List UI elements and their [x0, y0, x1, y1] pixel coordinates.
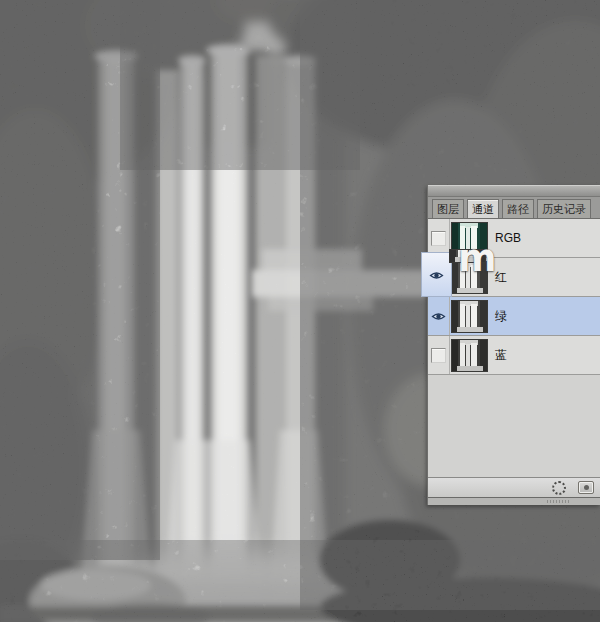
- tab-paths[interactable]: 路径: [502, 199, 534, 218]
- channel-row-red[interactable]: 红: [428, 258, 600, 297]
- visibility-empty-well[interactable]: [431, 348, 446, 363]
- channel-row-blue[interactable]: 蓝: [428, 336, 600, 375]
- visibility-cell[interactable]: [428, 297, 450, 335]
- panel-footer: [428, 477, 600, 497]
- channel-row-green[interactable]: 绿: [428, 297, 600, 336]
- panel-drag-strip[interactable]: [428, 185, 600, 197]
- channels-panel: 图层 通道 路径 历史记录 RGB: [427, 185, 600, 505]
- channel-label: 蓝: [495, 347, 507, 364]
- channel-list-empty-area: [428, 375, 600, 477]
- save-selection-as-channel-icon[interactable]: [578, 481, 594, 494]
- watermark-letter: m: [458, 240, 497, 277]
- drag-ghost-row-fragment: [421, 252, 452, 297]
- channel-label: RGB: [495, 231, 521, 245]
- panel-bottom-frame: [428, 497, 600, 505]
- tab-history[interactable]: 历史记录: [537, 199, 591, 218]
- visibility-cell[interactable]: [428, 336, 450, 374]
- load-channel-as-selection-icon[interactable]: [552, 481, 566, 495]
- eye-icon[interactable]: [429, 270, 444, 281]
- visibility-empty-well[interactable]: [431, 231, 446, 246]
- panel-tab-bar: 图层 通道 路径 历史记录: [428, 197, 600, 218]
- channel-thumbnail-green[interactable]: [451, 300, 488, 333]
- tab-channels[interactable]: 通道: [467, 199, 499, 218]
- eye-icon[interactable]: [431, 311, 446, 322]
- channel-thumbnail-blue[interactable]: [451, 339, 488, 372]
- channel-label: 绿: [495, 308, 507, 325]
- watermark-marks: [547, 500, 570, 503]
- tab-layers[interactable]: 图层: [432, 199, 464, 218]
